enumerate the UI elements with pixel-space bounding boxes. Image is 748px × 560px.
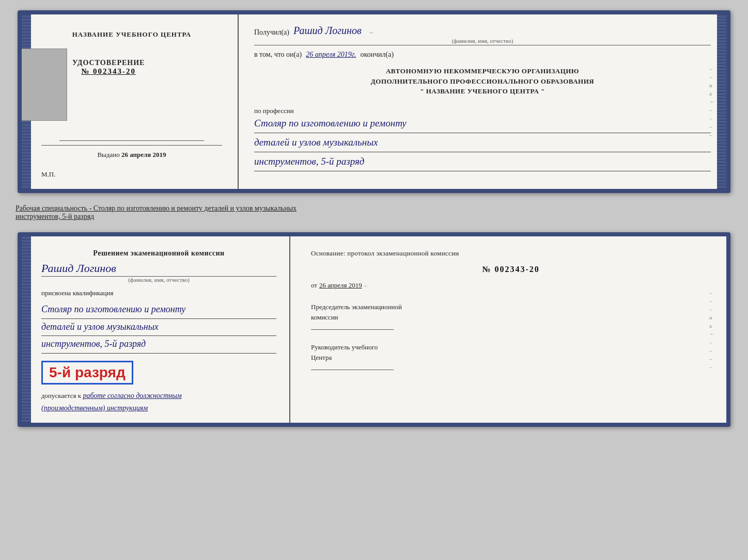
right-edge-strip bbox=[717, 14, 726, 189]
head-label: Руководитель учебного Центра bbox=[311, 342, 711, 362]
допускается-line: допускается к работе согласно должностны… bbox=[41, 392, 276, 400]
cert-number: № 002343-20 bbox=[72, 67, 145, 76]
recipient-subtitle: (фамилия, имя, отчество) bbox=[254, 38, 711, 44]
cert-issued-line: Выдано 26 апреля 2019 bbox=[41, 145, 222, 159]
cert-number-block: УДОСТОВЕРЕНИЕ № 002343-20 bbox=[72, 59, 145, 76]
rank-badge-text: 5-й разряд bbox=[49, 364, 126, 380]
statement-line: в том, что он(а) 26 апреля 2019г. окончи… bbox=[254, 51, 711, 59]
recipient-name: Рашид Логинов bbox=[293, 25, 362, 37]
profession-label: по профессии Столяр по изготовлению и ре… bbox=[254, 104, 711, 173]
mp-stamp: М.П. bbox=[41, 170, 55, 178]
rank-badge: 5-й разряд bbox=[41, 361, 133, 385]
head-signature-line bbox=[311, 370, 394, 370]
bottom-left-panel: Решением экаменационной комиссии Рашид Л… bbox=[22, 236, 290, 423]
right-edge-decoration-2: –––иа←–––– bbox=[709, 290, 715, 370]
profession-line2: деталей и узлов музыкальных bbox=[254, 134, 711, 152]
bottom-certificate-card: Решением экаменационной комиссии Рашид Л… bbox=[18, 232, 730, 427]
cert-right-panel: Получил(а) Рашид Логинов – (фамилия, имя… bbox=[239, 14, 726, 189]
cert-label: УДОСТОВЕРЕНИЕ bbox=[72, 59, 145, 67]
photo-placeholder bbox=[18, 49, 67, 121]
protocol-date: от 26 апреля 2019 – bbox=[311, 281, 711, 290]
profession-line1: Столяр по изготовлению и ремонту bbox=[254, 115, 711, 133]
right-edge-decoration: ––иа←–––– bbox=[709, 66, 715, 138]
qual-line2: деталей и узлов музыкальных bbox=[41, 319, 276, 337]
decision-subtitle: (фамилия, имя, отчество) bbox=[41, 277, 276, 283]
protocol-number: № 002343-20 bbox=[311, 265, 711, 274]
assigned-label: присвоена квалификация bbox=[41, 289, 276, 297]
qual-line1: Столяр по изготовлению и ремонту bbox=[41, 301, 276, 319]
top-certificate-card: НАЗВАНИЕ УЧЕБНОГО ЦЕНТРА УДОСТОВЕРЕНИЕ №… bbox=[18, 10, 730, 193]
chairman-label: Председатель экзаменационной комиссии bbox=[311, 302, 711, 322]
decision-name: Рашид Логинов bbox=[41, 262, 276, 277]
org-block: АВТОНОМНУЮ НЕКОММЕРЧЕСКУЮ ОРГАНИЗАЦИЮ ДО… bbox=[254, 66, 711, 97]
osnov-label: Основание: протокол экзаменационной коми… bbox=[311, 249, 711, 258]
qual-line3: инструментов, 5-й разряд bbox=[41, 336, 276, 354]
cert-left-panel: НАЗВАНИЕ УЧЕБНОГО ЦЕНТРА УДОСТОВЕРЕНИЕ №… bbox=[22, 14, 239, 189]
recipient-prefix: Получил(а) bbox=[254, 28, 289, 37]
cert-title: НАЗВАНИЕ УЧЕБНОГО ЦЕНТРА bbox=[72, 30, 192, 39]
chairman-signature-line bbox=[311, 329, 394, 330]
separator-text: Рабочая специальность - Столяр по изгото… bbox=[10, 202, 302, 223]
profession-line3: инструментов, 5-й разряд bbox=[254, 153, 711, 171]
decision-header: Решением экаменационной комиссии bbox=[41, 249, 276, 258]
bottom-right-panel: Основание: протокол экзаменационной коми… bbox=[290, 236, 726, 423]
допускается-suffix: (производственным) инструкциям bbox=[41, 404, 276, 412]
